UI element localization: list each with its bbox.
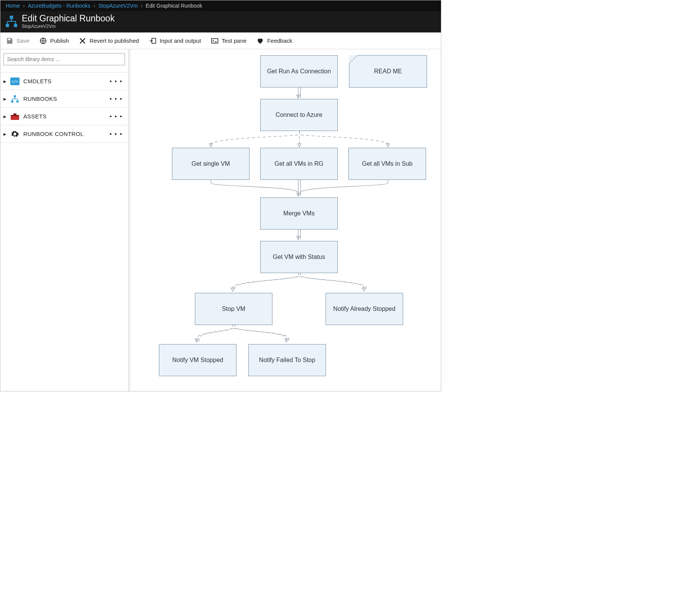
breadcrumb-runbooks[interactable]: AzureBudgets - Runbooks: [28, 3, 90, 9]
title-bar: Edit Graphical Runbook StopAzureV2Vm: [0, 11, 441, 32]
sidebar-item-label: RUNBOOK CONTROL: [23, 131, 107, 137]
node-get-single-vm[interactable]: Get single VM: [172, 148, 250, 180]
breadcrumb-runbook-name[interactable]: StopAzureV2Vm: [98, 3, 138, 9]
more-button[interactable]: • • •: [107, 131, 125, 137]
page-title: Edit Graphical Runbook: [22, 14, 115, 23]
runbook-icon: [5, 15, 18, 28]
more-button[interactable]: • • •: [107, 113, 125, 120]
node-merge-vms[interactable]: Merge VMs: [260, 197, 338, 230]
node-connect-to-azure[interactable]: Connect to Azure: [260, 99, 338, 131]
breadcrumb-current: Edit Graphical Runbook: [146, 3, 202, 9]
input-output-label: Input and output: [160, 37, 201, 44]
save-button: Save: [6, 37, 29, 45]
close-icon: [79, 37, 86, 45]
svg-rect-2: [14, 24, 17, 27]
publish-label: Publish: [50, 37, 69, 44]
node-get-run-as-connection[interactable]: Get Run As Connection: [260, 55, 338, 87]
chevron-right-icon: ›: [93, 3, 95, 9]
cmdlets-icon: </>: [10, 77, 20, 86]
chevron-right-icon: ▸: [3, 95, 8, 102]
chevron-right-icon: ›: [23, 3, 25, 9]
more-button[interactable]: • • •: [107, 78, 125, 84]
svg-rect-9: [11, 100, 13, 103]
revert-label: Revert to published: [89, 37, 139, 44]
input-output-icon: [149, 37, 157, 45]
node-notify-vm-stopped[interactable]: Notify VM Stopped: [159, 344, 237, 376]
sidebar-item-assets[interactable]: ▸ ASSETS • • •: [0, 108, 128, 125]
chevron-right-icon: ›: [141, 3, 143, 9]
revert-button[interactable]: Revert to published: [79, 37, 139, 45]
node-notify-already-stopped[interactable]: Notify Already Stopped: [326, 293, 403, 325]
node-get-all-vms-in-rg[interactable]: Get all VMs in RG: [260, 148, 338, 180]
input-output-button[interactable]: Input and output: [149, 37, 201, 45]
globe-icon: [39, 37, 47, 45]
node-read-me[interactable]: READ ME: [349, 55, 427, 88]
sidebar-item-runbooks[interactable]: ▸ RUNBOOKS • • •: [0, 90, 128, 108]
library-sidebar: ▸ </> CMDLETS • • • ▸ RUNBOOKS • • •: [0, 49, 130, 391]
svg-text:</>: </>: [11, 79, 18, 84]
chevron-right-icon: ▸: [3, 113, 8, 120]
publish-button[interactable]: Publish: [39, 37, 69, 45]
svg-rect-0: [10, 16, 13, 19]
svg-rect-10: [16, 100, 19, 103]
page-subtitle: StopAzureV2Vm: [22, 24, 115, 29]
svg-rect-1: [6, 24, 9, 27]
runbook-canvas[interactable]: Get Run As Connection READ ME Connect to…: [130, 49, 441, 391]
node-stop-vm[interactable]: Stop VM: [195, 293, 272, 325]
breadcrumb-home[interactable]: Home: [6, 3, 20, 9]
save-label: Save: [16, 37, 29, 44]
svg-rect-5: [212, 39, 218, 43]
node-notify-failed-to-stop[interactable]: Notify Failed To Stop: [248, 344, 326, 376]
node-get-vm-with-status[interactable]: Get VM with Status: [260, 241, 338, 273]
test-pane-label: Test pane: [222, 37, 246, 44]
sidebar-item-runbook-control[interactable]: ▸ RUNBOOK CONTROL • • •: [0, 125, 128, 143]
sidebar-item-label: RUNBOOKS: [23, 95, 107, 102]
sidebar-item-label: ASSETS: [23, 113, 107, 120]
toolbar: Save Publish Revert to published Input a…: [0, 32, 441, 49]
save-icon: [6, 37, 13, 45]
assets-icon: [10, 112, 20, 121]
gear-icon: [10, 129, 20, 139]
sidebar-item-label: CMDLETS: [23, 78, 107, 84]
svg-rect-8: [14, 95, 16, 97]
test-pane-icon: [211, 37, 219, 45]
more-button[interactable]: • • •: [107, 95, 125, 102]
heart-icon: [256, 37, 264, 45]
feedback-label: Feedback: [267, 37, 292, 44]
svg-rect-13: [13, 113, 16, 115]
node-get-all-vms-in-sub[interactable]: Get all VMs in Sub: [348, 148, 426, 180]
runbooks-icon: [10, 94, 20, 103]
feedback-button[interactable]: Feedback: [256, 37, 292, 45]
search-input[interactable]: [3, 53, 125, 65]
chevron-right-icon: ▸: [3, 131, 8, 137]
sidebar-item-cmdlets[interactable]: ▸ </> CMDLETS • • •: [0, 73, 128, 90]
node-label: READ ME: [374, 68, 402, 75]
chevron-right-icon: ▸: [3, 78, 8, 85]
breadcrumb: Home › AzureBudgets - Runbooks › StopAzu…: [0, 0, 441, 11]
test-pane-button[interactable]: Test pane: [211, 37, 246, 45]
svg-rect-12: [11, 115, 19, 116]
